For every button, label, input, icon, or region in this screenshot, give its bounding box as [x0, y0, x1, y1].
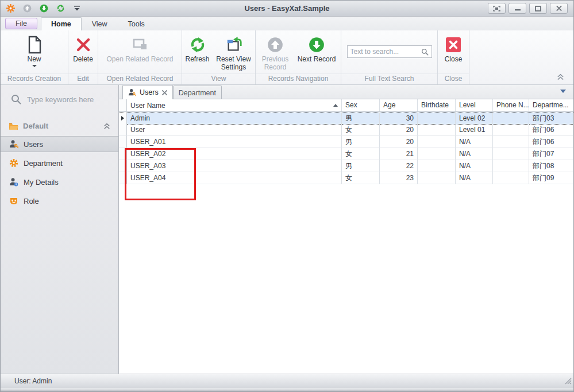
cell-user-name[interactable]: USER_A04 — [127, 172, 342, 184]
tab-tools[interactable]: Tools — [118, 17, 155, 30]
cell-department[interactable]: 部门03 — [529, 112, 573, 125]
table-row[interactable]: USER_A02 女 21 N/A 部门07 — [119, 148, 573, 160]
sidebar-search[interactable] — [1, 85, 118, 110]
tab-list-dropdown-icon[interactable] — [560, 90, 566, 93]
cell-birthdate[interactable] — [418, 112, 456, 125]
collapse-ribbon-icon[interactable] — [557, 73, 564, 82]
cell-user-name[interactable]: USER_A01 — [127, 136, 342, 148]
cell-sex[interactable]: 女 — [342, 124, 380, 136]
delete-button[interactable]: Delete — [70, 33, 97, 63]
cell-phone[interactable] — [493, 172, 529, 184]
fulltext-search-input[interactable] — [350, 48, 421, 56]
cell-level[interactable]: Level 01 — [456, 124, 493, 136]
file-menu-button[interactable]: File — [5, 18, 37, 29]
group-full-text-search: Full Text Search — [341, 30, 438, 84]
column-header-birthdate[interactable]: Birthdate — [418, 99, 456, 111]
previous-record-label: Previous Record — [259, 55, 291, 71]
cell-department[interactable]: 部门08 — [529, 160, 573, 172]
cell-phone[interactable] — [493, 136, 529, 148]
sidebar-item-users[interactable]: Users — [1, 136, 118, 152]
table-row[interactable]: USER_A01 男 20 N/A 部门06 — [119, 136, 573, 148]
cell-user-name[interactable]: Admin — [127, 112, 342, 125]
refresh-button[interactable]: Refresh — [183, 33, 213, 63]
doc-tab-users[interactable]: Users — [122, 85, 173, 99]
column-header-department[interactable]: Departme... — [529, 99, 573, 111]
group-label-edit: Edit — [68, 73, 98, 84]
doc-tab-label: Users — [140, 88, 159, 96]
cell-birthdate[interactable] — [418, 124, 456, 136]
close-window-button[interactable] — [550, 3, 568, 14]
cell-birthdate[interactable] — [418, 148, 456, 160]
cell-age[interactable]: 21 — [380, 148, 418, 160]
cell-age[interactable]: 20 — [380, 136, 418, 148]
grid-header-row: User Name Sex Age Birthdate Level Phone … — [119, 99, 573, 112]
column-header-age[interactable]: Age — [380, 99, 418, 111]
cell-level[interactable]: Level 02 — [456, 112, 493, 125]
cell-department[interactable]: 部门09 — [529, 172, 573, 184]
cell-phone[interactable] — [493, 148, 529, 160]
row-indicator — [119, 136, 127, 148]
tab-home[interactable]: Home — [41, 17, 82, 30]
fulltext-searchbox[interactable] — [347, 45, 432, 58]
cell-phone[interactable] — [493, 124, 529, 136]
tab-view[interactable]: View — [82, 17, 118, 30]
cell-birthdate[interactable] — [418, 136, 456, 148]
cell-user-name[interactable]: User — [127, 124, 342, 136]
table-row[interactable]: Admin 男 30 Level 02 部门03 — [119, 112, 573, 125]
minimize-button[interactable] — [508, 3, 526, 14]
cell-age[interactable]: 30 — [380, 112, 418, 125]
tab-close-icon[interactable] — [162, 90, 167, 95]
cell-phone[interactable] — [493, 160, 529, 172]
nav-group-default[interactable]: Default — [1, 110, 118, 136]
tab-user-key-icon — [128, 88, 136, 96]
cell-birthdate[interactable] — [418, 160, 456, 172]
sidebar-search-input[interactable] — [27, 95, 113, 104]
cell-user-name[interactable]: USER_A02 — [127, 148, 342, 160]
cell-level[interactable]: N/A — [456, 148, 493, 160]
group-label-records-navigation: Records Navigation — [256, 73, 341, 84]
cell-sex[interactable]: 男 — [342, 160, 380, 172]
cell-department[interactable]: 部门06 — [529, 136, 573, 148]
cell-age[interactable]: 20 — [380, 124, 418, 136]
table-row[interactable]: User 女 20 Level 01 部门06 — [119, 124, 573, 136]
cell-sex[interactable]: 男 — [342, 136, 380, 148]
maximize-button[interactable] — [529, 3, 547, 14]
sidebar-item-my-details[interactable]: My Details — [1, 174, 118, 190]
column-header-phone[interactable]: Phone N... — [493, 99, 529, 111]
doc-tab-department[interactable]: Department — [173, 86, 222, 99]
collapse-group-icon[interactable] — [103, 123, 110, 130]
cell-sex[interactable]: 女 — [342, 148, 380, 160]
cell-department[interactable]: 部门07 — [529, 148, 573, 160]
column-header-level[interactable]: Level — [456, 99, 493, 111]
cell-department[interactable]: 部门06 — [529, 124, 573, 136]
previous-record-button[interactable]: Previous Record — [257, 33, 294, 71]
close-view-button[interactable]: Close — [440, 33, 467, 63]
cell-level[interactable]: N/A — [456, 172, 493, 184]
table-row[interactable]: USER_A03 男 22 N/A 部门08 — [119, 160, 573, 172]
cell-age[interactable]: 22 — [380, 160, 418, 172]
next-record-button[interactable]: Next Record — [294, 33, 340, 63]
open-related-record-button[interactable]: Open Related Record — [100, 33, 180, 63]
cell-phone[interactable] — [493, 112, 529, 125]
new-button[interactable]: New — [11, 33, 57, 67]
sidebar-item-label: Users — [24, 140, 43, 149]
column-header-user-name[interactable]: User Name — [127, 99, 342, 111]
cell-birthdate[interactable] — [418, 172, 456, 184]
reset-view-settings-button[interactable]: Reset View Settings — [213, 33, 255, 71]
cell-age[interactable]: 23 — [380, 172, 418, 184]
cell-sex[interactable]: 女 — [342, 172, 380, 184]
refresh-button-label: Refresh — [185, 55, 209, 63]
sidebar-item-department[interactable]: Department — [1, 155, 118, 171]
cell-level[interactable]: N/A — [456, 160, 493, 172]
cell-sex[interactable]: 男 — [342, 112, 380, 125]
column-header-sex[interactable]: Sex — [342, 99, 380, 111]
cell-level[interactable]: N/A — [456, 136, 493, 148]
sidebar-item-label: My Details — [24, 178, 59, 187]
fullscreen-button[interactable] — [488, 3, 506, 14]
gear-icon — [9, 158, 18, 168]
sidebar-item-role[interactable]: Role — [1, 193, 118, 209]
table-row[interactable]: USER_A04 女 23 N/A 部门09 — [119, 172, 573, 184]
resize-grip[interactable] — [564, 377, 572, 386]
cell-user-name[interactable]: USER_A03 — [127, 160, 342, 172]
group-label-open-related-record: Open Related Record — [98, 73, 182, 84]
